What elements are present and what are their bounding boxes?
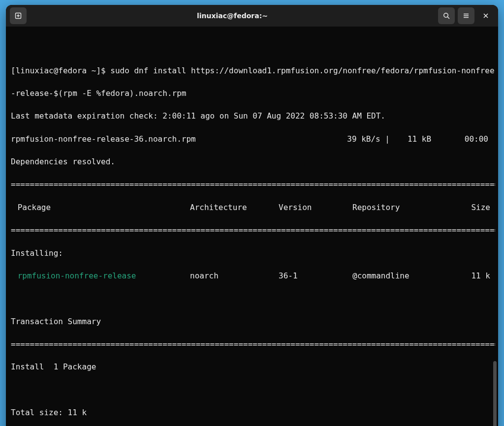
divider: ========================================… bbox=[11, 224, 495, 236]
divider: ========================================… bbox=[11, 179, 495, 190]
table-header: Package Architecture Version Repository … bbox=[11, 202, 495, 213]
pkg-repo: @commandline bbox=[352, 270, 456, 281]
command-line-1: sudo dnf install https://download1.rpmfu… bbox=[110, 66, 494, 75]
svg-line-4 bbox=[447, 17, 449, 19]
pkg-arch: noarch bbox=[190, 270, 279, 281]
scrollbar-thumb[interactable] bbox=[493, 361, 497, 426]
download-time: 00:00 bbox=[449, 133, 488, 145]
total-size: Total size: 11 k bbox=[11, 407, 495, 418]
command-line-2: -release-$(rpm -E %fedora).noarch.rpm bbox=[11, 88, 495, 99]
new-tab-button[interactable] bbox=[10, 7, 27, 24]
hdr-architecture: Architecture bbox=[190, 202, 279, 213]
svg-point-3 bbox=[444, 13, 448, 17]
divider: ========================================… bbox=[11, 338, 495, 350]
prompt: [linuxiac@fedora ~]$ bbox=[11, 66, 110, 75]
download-speed: 39 kB/s | bbox=[331, 133, 390, 145]
hamburger-icon bbox=[462, 12, 470, 20]
deps-resolved: Dependencies resolved. bbox=[11, 156, 495, 167]
pkg-version: 36-1 bbox=[279, 270, 352, 281]
hdr-repository: Repository bbox=[352, 202, 456, 213]
menu-button[interactable] bbox=[458, 7, 474, 24]
close-icon bbox=[482, 12, 490, 20]
install-count: Install 1 Package bbox=[11, 361, 495, 372]
new-tab-icon bbox=[14, 12, 22, 20]
hdr-package: Package bbox=[13, 202, 190, 213]
download-file: rpmfusion-nonfree-release-36.noarch.rpm bbox=[11, 133, 331, 145]
metadata-check: Last metadata expiration check: 2:00:11 … bbox=[11, 110, 495, 122]
titlebar: linuxiac@fedora:~ bbox=[6, 5, 498, 27]
table-row: rpmfusion-nonfree-release noarch 36-1 @c… bbox=[11, 270, 495, 281]
window-title: linuxiac@fedora:~ bbox=[27, 12, 438, 20]
search-button[interactable] bbox=[438, 7, 455, 24]
download-size: 11 kB bbox=[390, 133, 449, 145]
search-icon bbox=[442, 12, 450, 20]
terminal-window: linuxiac@fedora:~ bbox=[6, 5, 498, 426]
pkg-name: rpmfusion-nonfree-release bbox=[13, 270, 190, 281]
hdr-version: Version bbox=[279, 202, 352, 213]
close-button[interactable] bbox=[477, 7, 494, 24]
terminal-body[interactable]: [linuxiac@fedora ~]$ sudo dnf install ht… bbox=[6, 27, 498, 426]
scrollbar[interactable] bbox=[493, 32, 497, 426]
transaction-summary: Transaction Summary bbox=[11, 316, 495, 327]
installing-header: Installing: bbox=[11, 247, 495, 259]
hdr-size: Size bbox=[456, 202, 490, 213]
pkg-size: 11 k bbox=[456, 270, 490, 281]
